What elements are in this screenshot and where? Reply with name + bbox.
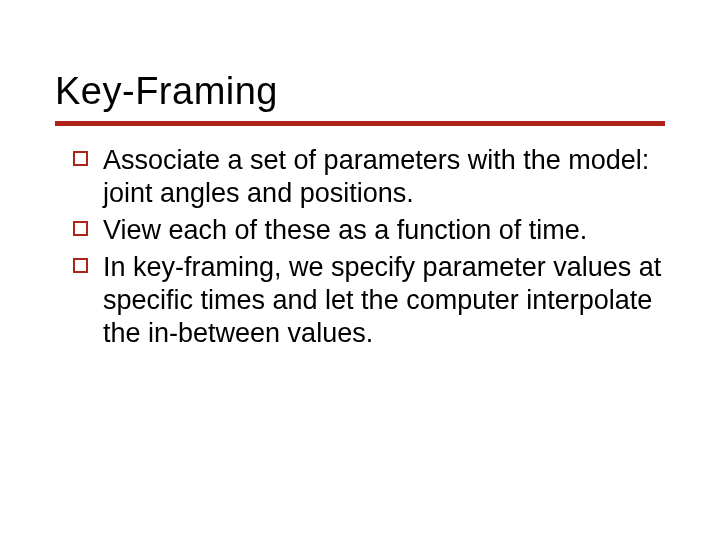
slide: Key-Framing Associate a set of parameter… [0, 0, 720, 540]
list-item: View each of these as a function of time… [73, 214, 665, 247]
bullet-text: In key-framing, we specify parameter val… [103, 252, 661, 348]
bullet-text: Associate a set of parameters with the m… [103, 145, 649, 208]
checkbox-bullet-icon [73, 151, 88, 166]
bullet-text: View each of these as a function of time… [103, 215, 587, 245]
checkbox-bullet-icon [73, 258, 88, 273]
list-item: Associate a set of parameters with the m… [73, 144, 665, 210]
list-item: In key-framing, we specify parameter val… [73, 251, 665, 350]
title-underline [55, 121, 665, 126]
bullet-list: Associate a set of parameters with the m… [73, 144, 665, 350]
slide-title: Key-Framing [55, 70, 665, 113]
checkbox-bullet-icon [73, 221, 88, 236]
